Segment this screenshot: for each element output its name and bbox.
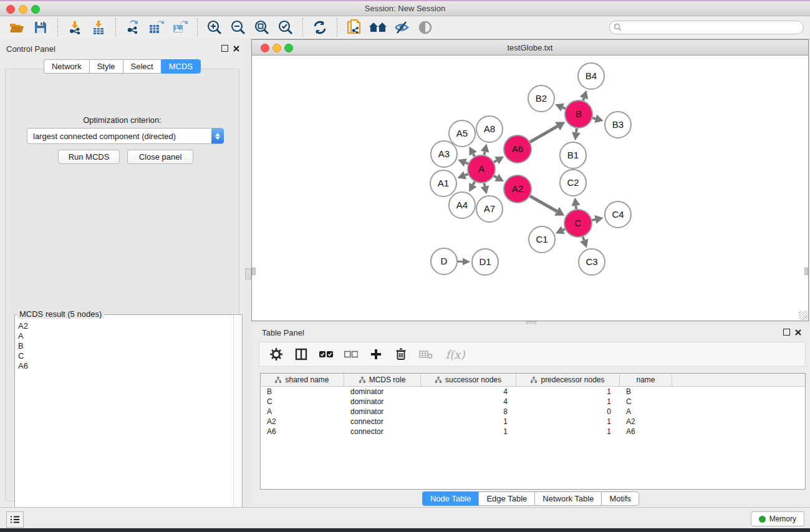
graph-edge-A-A7[interactable] xyxy=(485,183,485,186)
table-cell[interactable]: A6 xyxy=(620,427,672,436)
graph-edge-C-C3[interactable] xyxy=(583,237,584,240)
memory-button[interactable]: Memory xyxy=(751,511,804,526)
result-item[interactable]: C xyxy=(18,351,234,361)
table-cell[interactable]: 1 xyxy=(516,387,620,396)
table-cell[interactable]: 4 xyxy=(421,397,516,406)
search-input[interactable] xyxy=(609,21,804,34)
tab-select[interactable]: Select xyxy=(123,59,161,74)
import-table-button[interactable] xyxy=(87,18,110,37)
select-all-button[interactable] xyxy=(317,345,335,364)
task-history-button[interactable] xyxy=(6,511,24,528)
table-cell[interactable]: connector xyxy=(344,427,421,436)
graph-edge-A-A5[interactable] xyxy=(473,154,475,157)
graph-edge-A-A6[interactable] xyxy=(494,160,497,162)
result-item[interactable]: A2 xyxy=(18,321,234,331)
table-cell[interactable]: 1 xyxy=(421,417,516,426)
clear-table-button[interactable] xyxy=(417,345,435,364)
table-cell[interactable]: dominator xyxy=(344,397,421,406)
result-item[interactable]: A6 xyxy=(18,361,234,371)
add-column-button[interactable] xyxy=(367,345,385,364)
tab-network[interactable]: Network xyxy=(44,59,89,74)
graph-edge-A-A1[interactable] xyxy=(465,174,468,175)
graph-edge-A6-B[interactable] xyxy=(530,126,557,142)
close-panel-icon[interactable] xyxy=(233,46,239,52)
show-all-button[interactable] xyxy=(413,18,437,37)
graph-edge-B-B4[interactable] xyxy=(583,98,584,100)
save-session-button[interactable] xyxy=(29,18,52,37)
deselect-all-button[interactable] xyxy=(342,345,360,364)
column-header-MCDS-role[interactable]: MCDS role xyxy=(344,374,421,386)
table-settings-button[interactable] xyxy=(267,345,286,364)
column-selector-button[interactable] xyxy=(292,345,311,364)
table-cell[interactable]: C xyxy=(620,397,672,406)
vertical-splitter[interactable] xyxy=(244,39,251,507)
graph-edge-C-C1[interactable] xyxy=(563,229,565,230)
table-row[interactable]: Adominator80A xyxy=(261,407,805,417)
table-cell[interactable]: A xyxy=(261,407,344,416)
import-network-button[interactable] xyxy=(63,18,87,37)
graph-edge-C-C4[interactable] xyxy=(592,220,595,220)
graph-edge-A2-C[interactable] xyxy=(530,196,557,211)
new-network-from-selection-button[interactable] xyxy=(342,18,366,37)
table-cell[interactable]: 4 xyxy=(421,387,516,396)
open-session-button[interactable] xyxy=(5,18,29,37)
table-cell[interactable]: 1 xyxy=(516,427,620,436)
float-panel-icon[interactable] xyxy=(221,45,228,52)
table-cell[interactable]: 1 xyxy=(516,417,620,426)
graph-edge-A-A3[interactable] xyxy=(465,163,468,164)
graph-edge-C-C2[interactable] xyxy=(576,206,577,209)
column-header-predecessor-nodes[interactable]: predecessor nodes xyxy=(516,374,620,386)
table-cell[interactable]: B xyxy=(620,387,672,396)
column-header-name[interactable]: name xyxy=(620,374,672,386)
table-tab-edge-table[interactable]: Edge Table xyxy=(478,491,534,506)
table-cell[interactable]: A xyxy=(620,407,672,416)
table-cell[interactable]: B xyxy=(261,387,344,396)
table-cell[interactable]: A2 xyxy=(261,417,344,426)
graph-edge-B-B2[interactable] xyxy=(562,107,566,109)
tab-style[interactable]: Style xyxy=(89,59,123,74)
refresh-button[interactable] xyxy=(308,18,332,37)
table-row[interactable]: A2connector11A2 xyxy=(261,417,805,427)
table-tab-motifs[interactable]: Motifs xyxy=(601,491,639,506)
graph-edge-B-B1[interactable] xyxy=(576,128,577,133)
graph-edge-A-A4[interactable] xyxy=(473,181,475,185)
table-row[interactable]: Cdominator41C xyxy=(261,397,805,407)
table-cell[interactable]: 1 xyxy=(516,397,620,406)
table-tab-node-table[interactable]: Node Table xyxy=(422,491,479,506)
result-item[interactable]: B xyxy=(18,341,234,351)
zoom-out-button[interactable] xyxy=(226,18,250,37)
table-cell[interactable]: 1 xyxy=(421,427,516,436)
tab-mcds[interactable]: MCDS xyxy=(161,59,201,74)
zoom-selected-button[interactable] xyxy=(274,18,297,37)
close-panel-button[interactable]: Close panel xyxy=(127,150,193,164)
table-row[interactable]: A6connector11A6 xyxy=(261,427,805,437)
result-item[interactable]: A xyxy=(18,331,234,341)
network-canvas[interactable]: B4B2BB3A5A8A6A3B1AA1C2A2A4A7C4CC1DD1C3 xyxy=(252,56,808,321)
export-network-button[interactable] xyxy=(121,18,145,37)
table-cell[interactable]: C xyxy=(261,397,344,406)
export-table-button[interactable] xyxy=(145,18,168,37)
table-cell[interactable]: 8 xyxy=(421,407,516,416)
table-float-panel-icon[interactable] xyxy=(783,329,790,336)
graph-edge-A-A2[interactable] xyxy=(494,176,497,178)
graph-edge-B-B3[interactable] xyxy=(592,118,595,118)
criterion-select[interactable]: largest connected component (directed) xyxy=(27,128,224,144)
table-close-panel-icon[interactable] xyxy=(795,329,801,336)
table-cell[interactable]: 0 xyxy=(516,407,620,416)
export-image-button[interactable] xyxy=(168,18,192,37)
function-builder-button[interactable]: f(x) xyxy=(441,345,469,364)
table-cell[interactable]: dominator xyxy=(344,387,421,396)
table-row[interactable]: Bdominator41B xyxy=(261,387,805,397)
hide-selected-button[interactable] xyxy=(390,18,413,37)
column-header-shared-name[interactable]: shared name xyxy=(261,374,344,386)
graph-edge-A-A8[interactable] xyxy=(485,152,485,155)
table-cell[interactable]: connector xyxy=(344,417,421,426)
result-list-scrollbar[interactable] xyxy=(233,315,242,526)
resize-grip-icon[interactable] xyxy=(799,311,808,320)
table-tab-network-table[interactable]: Network Table xyxy=(534,491,601,506)
table-cell[interactable]: A6 xyxy=(261,427,344,436)
first-neighbors-button[interactable] xyxy=(366,18,390,37)
zoom-fit-button[interactable] xyxy=(250,18,274,37)
column-header-successor-nodes[interactable]: successor nodes xyxy=(421,374,516,386)
table-cell[interactable]: A2 xyxy=(620,417,672,426)
